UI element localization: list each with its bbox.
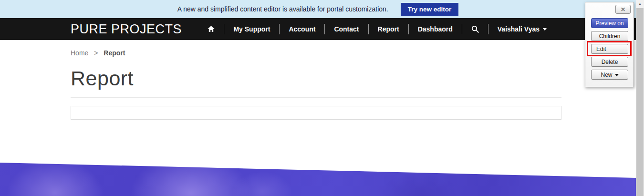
close-icon[interactable]: ✕ bbox=[615, 5, 631, 14]
breadcrumb-current: Report bbox=[104, 49, 125, 57]
site-logo[interactable]: PURE PROJECTS bbox=[71, 22, 182, 37]
new-dropdown-button[interactable]: New bbox=[591, 70, 628, 80]
preview-on-button[interactable]: Preview on bbox=[591, 18, 628, 28]
page-title: Report bbox=[71, 67, 561, 90]
scrollbar-up-arrow-icon[interactable]: ▲ bbox=[636, 0, 644, 8]
search-button[interactable] bbox=[462, 25, 488, 33]
edit-button[interactable]: Edit bbox=[591, 44, 628, 54]
home-icon bbox=[207, 25, 215, 33]
content-editor-panel: ✕ Preview on Children Edit Delete New bbox=[585, 2, 634, 87]
chevron-down-icon bbox=[543, 28, 547, 31]
empty-content-section bbox=[71, 106, 561, 120]
nav-item-my-support[interactable]: My Support bbox=[224, 25, 279, 33]
nav-item-report[interactable]: Report bbox=[369, 25, 408, 33]
children-button[interactable]: Children bbox=[591, 31, 628, 41]
nav-item-contact[interactable]: Contact bbox=[325, 25, 368, 33]
scrollbar-thumb[interactable] bbox=[636, 8, 644, 196]
main-navbar: PURE PROJECTS My Support Account Contact… bbox=[0, 18, 636, 40]
new-button-label: New bbox=[601, 72, 612, 78]
user-menu[interactable]: Vaishali Vyas bbox=[488, 25, 556, 33]
page-scrollbar: ▲ bbox=[636, 0, 644, 196]
breadcrumb: Home > Report bbox=[71, 49, 561, 57]
nav-home-link[interactable] bbox=[198, 25, 224, 33]
breadcrumb-separator: > bbox=[94, 49, 98, 57]
nav-item-dashbaord[interactable]: Dashbaord bbox=[409, 25, 462, 33]
try-new-editor-button[interactable]: Try new editor bbox=[401, 3, 459, 16]
breadcrumb-home-link[interactable]: Home bbox=[71, 49, 88, 57]
main-content: Home > Report Report bbox=[71, 40, 561, 120]
title-divider bbox=[71, 97, 561, 98]
delete-button[interactable]: Delete bbox=[591, 57, 628, 67]
banner-message: A new and simplified content editor is a… bbox=[177, 5, 388, 13]
nav-menu: My Support Account Contact Report Dashba… bbox=[198, 18, 556, 40]
caret-down-icon bbox=[615, 74, 619, 76]
nav-item-account[interactable]: Account bbox=[280, 25, 324, 33]
user-name: Vaishali Vyas bbox=[498, 25, 540, 33]
notification-banner: A new and simplified content editor is a… bbox=[0, 0, 636, 18]
search-icon bbox=[471, 25, 479, 33]
